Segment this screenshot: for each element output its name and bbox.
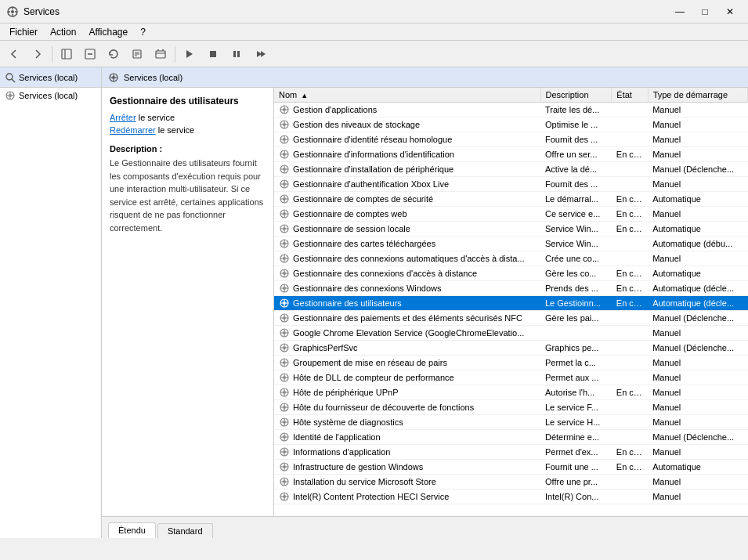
service-name-cell: Gestionnaire d'authentification Xbox Liv… [274,177,540,191]
service-state-cell [612,311,648,326]
table-row[interactable]: Intel(R) Content Protection HECI Service… [274,490,748,504]
menu-affichage[interactable]: Affichage [82,25,134,39]
collapse-button[interactable] [79,44,101,64]
table-row[interactable]: Installation du service Microsoft StoreO… [274,475,748,490]
service-desc-cell: Traite les dé... [540,103,612,117]
table-row[interactable]: Hôte système de diagnosticsLe service H.… [274,415,748,430]
table-row[interactable]: Gestionnaire des paiements et des élémen… [274,311,748,326]
table-row[interactable]: Gestionnaire de session localeService Wi… [274,222,748,237]
show-hide-button[interactable] [56,44,78,64]
table-row[interactable]: Google Chrome Elevation Service (GoogleC… [274,326,748,341]
table-row[interactable]: Gestionnaire des utilisateursLe Gestioin… [274,296,748,311]
stop-button[interactable] [202,44,224,64]
service-state-cell [612,326,648,341]
tab-standard[interactable]: Standard [157,523,213,538]
service-desc-cell: Offre un ser... [540,147,612,162]
col-header-state[interactable]: État [612,88,648,103]
service-desc-cell: Permet aux ... [540,370,612,385]
service-name-cell: Gestion des niveaux de stockage [274,117,540,132]
table-row[interactable]: Gestionnaire d'informations d'identifica… [274,147,748,162]
table-row[interactable]: Gestionnaire de comptes webCe service e.… [274,207,748,222]
service-icon [279,253,290,264]
table-row[interactable]: Gestion d'applicationsTraite les dé...Ma… [274,103,748,117]
table-row[interactable]: Infrastructure de gestion WindowsFournit… [274,460,748,475]
service-desc-cell: Gère les pai... [540,311,612,326]
start-button[interactable] [179,44,201,64]
service-name: Gestion des niveaux de stockage [293,120,420,129]
services-tree-icon [5,90,16,101]
table-row[interactable]: Gestion des niveaux de stockageOptimise … [274,117,748,132]
service-state-cell [612,490,648,504]
col-header-desc[interactable]: Description [540,88,612,103]
back-button[interactable] [3,44,25,64]
service-name: GraphicsPerfSvc [293,343,358,352]
table-row[interactable]: Gestionnaire des connexions automatiques… [274,251,748,266]
minimize-button[interactable]: — [668,4,692,20]
services-table: Nom ▲ Description État Type de démarrage… [274,88,748,504]
service-name-cell: Gestionnaire des cartes téléchargées [274,237,540,251]
refresh-button[interactable] [103,44,125,64]
properties-button[interactable] [150,44,172,64]
table-row[interactable]: Gestionnaire des connexions d'accès à di… [274,266,748,281]
sort-arrow: ▲ [301,92,308,99]
table-row[interactable]: Gestionnaire d'authentification Xbox Liv… [274,177,748,192]
service-startup-cell: Manuel [648,475,747,490]
services-table-container[interactable]: Nom ▲ Description État Type de démarrage… [274,88,748,516]
service-name: Hôte de DLL de compteur de performance [293,373,454,382]
service-name-cell: Gestionnaire des connexions d'accès à di… [274,266,540,280]
service-state-cell: En co... [612,445,648,460]
table-row[interactable]: Hôte du fournisseur de découverte de fon… [274,400,748,415]
restart-service-button[interactable] [249,44,271,64]
table-row[interactable]: Groupement de mise en réseau de pairsPer… [274,356,748,370]
table-row[interactable]: Identité de l'applicationDétermine e...M… [274,430,748,445]
service-startup-cell: Manuel [648,385,747,400]
service-startup-cell: Manuel [648,132,747,147]
table-row[interactable]: Hôte de DLL de compteur de performancePe… [274,370,748,385]
table-row[interactable]: Informations d'applicationPermet d'ex...… [274,445,748,460]
service-startup-cell: Manuel [648,147,747,162]
col-header-name[interactable]: Nom ▲ [274,88,540,103]
service-name-cell: Gestionnaire d'installation de périphéri… [274,162,540,176]
maximize-button[interactable]: □ [693,4,717,20]
menu-fichier[interactable]: Fichier [3,25,44,39]
service-name-cell: Installation du service Microsoft Store [274,475,540,489]
service-desc-cell: Détermine e... [540,430,612,445]
stop-service-link[interactable]: Arrêter [110,113,136,122]
toolbar-separator-1 [52,46,52,62]
col-header-startup[interactable]: Type de démarrage [648,88,747,103]
export-button[interactable] [126,44,148,64]
left-panel-header: Services (local) [0,67,101,88]
table-row[interactable]: Gestionnaire d'identité réseau homologue… [274,132,748,147]
table-row[interactable]: Gestionnaire de comptes de sécuritéLe dé… [274,192,748,207]
service-desc-cell: Service Win... [540,237,612,251]
table-row[interactable]: GraphicsPerfSvcGraphics pe...Manuel (Déc… [274,341,748,356]
title-controls: — □ ✕ [668,4,742,20]
svg-point-67 [283,168,286,171]
service-name: Identité de l'application [293,432,381,442]
service-state-cell [612,430,648,445]
tab-etendu[interactable]: Étendu [108,522,156,538]
left-tree-services[interactable]: Services (local) [0,88,101,103]
table-row[interactable]: Hôte de périphérique UPnPAutorise l'h...… [274,385,748,400]
svg-point-169 [283,421,286,424]
forward-button[interactable] [27,44,49,64]
svg-point-139 [283,346,286,349]
service-desc-cell: Service Win... [540,222,612,237]
service-startup-cell: Automatique (décle... [648,296,747,311]
table-row[interactable]: Gestionnaire d'installation de périphéri… [274,162,748,177]
service-state-cell [612,356,648,370]
pause-button[interactable] [226,44,248,64]
svg-point-55 [283,138,286,141]
toolbar-separator-2 [175,46,175,62]
service-name-cell: Hôte du fournisseur de découverte de fon… [274,400,540,414]
menu-action[interactable]: Action [44,25,82,39]
close-button[interactable]: ✕ [718,4,742,20]
service-startup-cell: Manuel [648,207,747,222]
table-row[interactable]: Gestionnaire des connexions WindowsPrend… [274,281,748,296]
restart-service-link[interactable]: Redémarrer [110,125,156,135]
service-name: Hôte du fournisseur de découverte de fon… [293,403,474,412]
service-icon [279,461,290,472]
table-row[interactable]: Gestionnaire des cartes téléchargéesServ… [274,237,748,251]
menu-help[interactable]: ? [134,25,152,39]
toolbar [0,41,748,67]
